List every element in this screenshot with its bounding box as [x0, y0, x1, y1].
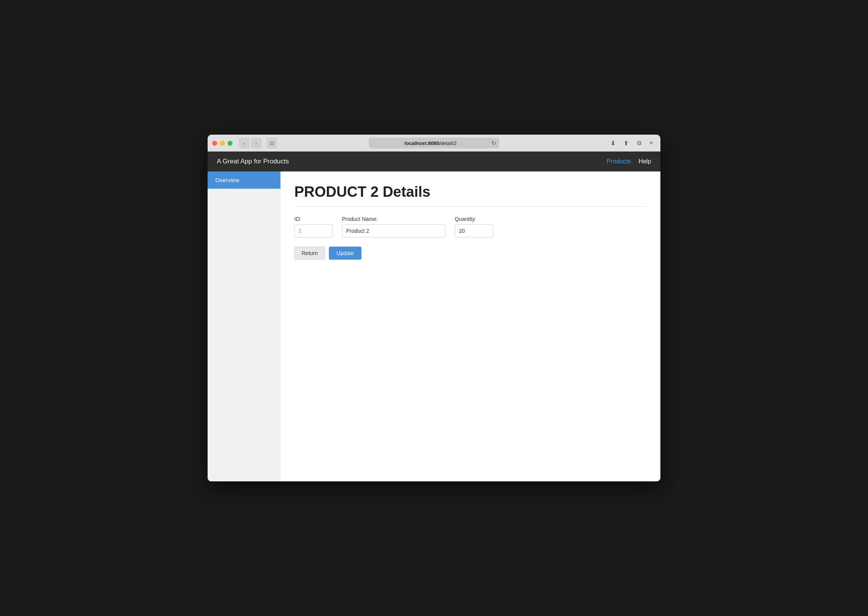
sidebar-toggle-button[interactable]: ⊡ [266, 138, 277, 148]
browser-window: ‹ › ⊡ localhost:8080/detail/2 ↻ ⬇ [208, 135, 660, 481]
app-navbar: A Great App for Products Products Help [208, 152, 660, 171]
back-button[interactable]: ‹ [239, 138, 249, 148]
sidebar-item-label: Overview [215, 177, 239, 183]
sidebar: Overview [208, 171, 281, 481]
id-input[interactable] [294, 224, 333, 237]
address-bar[interactable]: localhost:8080/detail/2 ↻ [369, 138, 499, 148]
back-icon: ‹ [243, 140, 245, 146]
maximize-button[interactable] [228, 141, 233, 146]
browser-actions: ⬇ ⬆ ⧉ + [607, 138, 656, 148]
app-body: Overview PRODUCT 2 Details ID: [208, 171, 660, 481]
forward-button[interactable]: › [251, 138, 262, 148]
app-title: A Great App for Products [217, 158, 607, 165]
quantity-form-group: Quantity: [455, 216, 493, 237]
form-section: ID: Product Name: Quantity: [294, 216, 647, 260]
main-content: PRODUCT 2 Details ID: Product Name: [281, 171, 660, 481]
browser-titlebar: ‹ › ⊡ localhost:8080/detail/2 ↻ ⬇ [208, 135, 660, 152]
address-text: localhost:8080/detail/2 [372, 140, 489, 146]
form-row: ID: Product Name: Quantity: [294, 216, 647, 237]
sidebar-icon: ⊡ [270, 140, 274, 146]
page-title: PRODUCT 2 Details [294, 184, 647, 207]
name-input[interactable] [342, 224, 446, 237]
minimize-button[interactable] [220, 141, 225, 146]
traffic-lights [212, 141, 233, 146]
download-button[interactable]: ⬇ [607, 138, 618, 148]
fullscreen-button[interactable]: ⧉ [634, 138, 644, 148]
add-tab-button[interactable]: + [647, 138, 656, 148]
quantity-label: Quantity: [455, 216, 493, 222]
update-button[interactable]: Update [329, 247, 361, 260]
quantity-input[interactable] [455, 224, 493, 237]
id-label: ID: [294, 216, 333, 222]
sidebar-item-overview[interactable]: Overview [208, 171, 281, 189]
nav-products-link[interactable]: Products [607, 158, 631, 165]
browser-nav: ‹ › [239, 138, 262, 148]
download-icon: ⬇ [611, 140, 616, 147]
return-button[interactable]: Return [294, 247, 325, 260]
close-button[interactable] [212, 141, 217, 146]
address-bar-container: localhost:8080/detail/2 ↻ [369, 138, 499, 148]
share-icon: ⬆ [624, 140, 629, 147]
fullscreen-icon: ⧉ [637, 140, 641, 147]
add-icon: + [649, 139, 653, 147]
refresh-icon: ↻ [492, 140, 496, 146]
name-label: Product Name: [342, 216, 446, 222]
share-button[interactable]: ⬆ [620, 138, 631, 148]
app-container: A Great App for Products Products Help O… [208, 152, 660, 481]
button-row: Return Update [294, 247, 647, 260]
forward-icon: › [256, 140, 257, 146]
refresh-button[interactable]: ↻ [492, 140, 496, 146]
app-nav-links: Products Help [607, 158, 651, 165]
nav-help-link[interactable]: Help [639, 158, 651, 165]
id-form-group: ID: [294, 216, 333, 237]
name-form-group: Product Name: [342, 216, 446, 237]
